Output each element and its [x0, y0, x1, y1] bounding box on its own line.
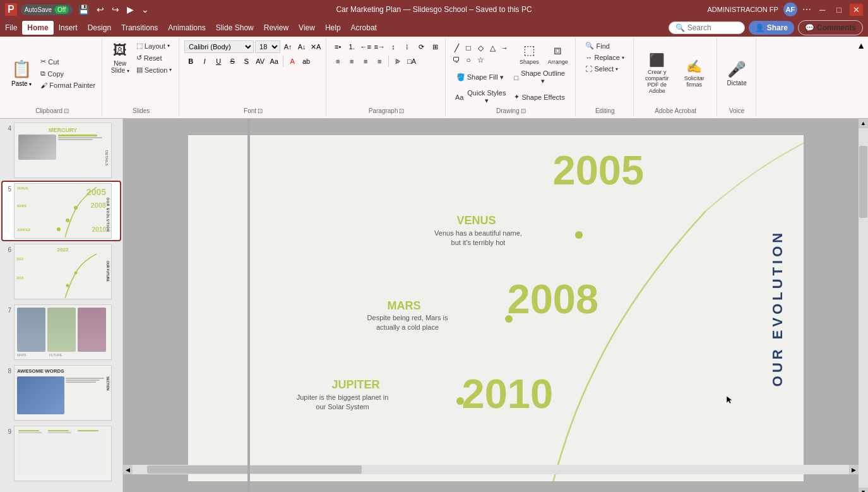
slide-thumb-4[interactable]: 4 MERCURY DETAILS	[3, 121, 120, 179]
scroll-thumb[interactable]	[859, 146, 867, 218]
shape-triangle[interactable]: △	[487, 42, 498, 54]
menu-view[interactable]: View	[294, 21, 320, 35]
scroll-left-btn[interactable]: ◀	[123, 465, 133, 474]
new-slide-button[interactable]: 🖼 NewSlide ▾	[108, 40, 133, 76]
minimize-btn[interactable]: ─	[816, 4, 828, 16]
quick-styles-btn[interactable]: Aa Quick Styles ▾	[453, 88, 510, 106]
paste-button[interactable]: 📋 Paste ▾	[6, 57, 37, 90]
slide-thumb-7[interactable]: 7 MARS FUTURE	[3, 303, 120, 361]
scroll-up-btn[interactable]: ▲	[859, 119, 868, 128]
align-right-btn[interactable]: ≡	[359, 55, 372, 68]
font-size-decrease-btn[interactable]: A↓	[295, 40, 308, 53]
copy-button[interactable]: ⧉ Copy	[38, 68, 98, 79]
format-painter-button[interactable]: 🖌 Format Painter	[38, 80, 98, 90]
col-format-btn[interactable]: ⫸	[391, 55, 404, 68]
layout-button[interactable]: ⬚ Layout ▾	[134, 40, 175, 51]
shape-effects-btn[interactable]: ✦ Shape Effects	[511, 88, 569, 106]
menu-file[interactable]: File	[0, 21, 22, 35]
create-pdf-button[interactable]: ⬛ Crear y compartir PDF de Adobe	[639, 51, 674, 96]
comments-button[interactable]: 💬 Comments	[798, 20, 863, 35]
menu-review[interactable]: Review	[259, 21, 294, 35]
menu-insert[interactable]: Insert	[54, 21, 83, 35]
menu-transitions[interactable]: Transitions	[116, 21, 163, 35]
underline-button[interactable]: U	[212, 55, 225, 68]
arrange-button[interactable]: ⧈ Arrange	[545, 41, 571, 67]
shape-rect[interactable]: □	[463, 42, 474, 54]
numbering-btn[interactable]: 1.	[345, 40, 358, 53]
align-left-btn[interactable]: ≡	[331, 55, 344, 68]
menu-help[interactable]: Help	[320, 21, 346, 35]
font-name-select[interactable]: Calibri (Body)	[184, 40, 254, 53]
horizontal-scrollbar[interactable]: ◀ ▶	[123, 465, 859, 474]
paragraph-expand-icon[interactable]: ⊡	[399, 107, 404, 114]
slide-thumb-8[interactable]: 8 AWESOME WORDS SECTION	[3, 364, 120, 422]
shape-diamond[interactable]: ◇	[475, 42, 486, 54]
share-button[interactable]: 👤 Share	[749, 21, 794, 35]
shape-outline-btn[interactable]: □ Shape Outline ▾	[511, 68, 568, 87]
ribbon-collapse-btn[interactable]: ▲	[857, 40, 865, 51]
convert-to-smartart-btn[interactable]: ⊞	[429, 40, 441, 53]
decrease-indent-btn[interactable]: ←≡	[359, 40, 372, 53]
cut-button[interactable]: ✂ Cut	[38, 56, 98, 67]
slide-panel[interactable]: 4 MERCURY DETAILS 5	[0, 119, 123, 492]
text-direction-btn[interactable]: ⟳	[415, 40, 427, 53]
shape-fill-btn[interactable]: 🪣 Shape Fill ▾	[454, 68, 511, 87]
text-box-btn[interactable]: □A	[405, 55, 418, 68]
close-btn[interactable]: ✕	[850, 4, 863, 16]
customize-qa-btn[interactable]: ⌄	[140, 3, 151, 16]
shape-callout[interactable]: 🗨	[451, 54, 462, 66]
search-input[interactable]	[687, 23, 738, 32]
menu-design[interactable]: Design	[83, 21, 116, 35]
strikethrough-button[interactable]: S	[226, 55, 239, 68]
columns-btn[interactable]: ⫶	[401, 40, 413, 53]
shape-circle[interactable]: ○	[463, 54, 474, 66]
autosave-toggle[interactable]: Off	[54, 6, 69, 14]
font-size-select[interactable]: 18	[255, 40, 280, 53]
align-center-btn[interactable]: ≡	[345, 55, 358, 68]
redo-btn[interactable]: ↪	[110, 3, 121, 16]
slide-thumb-6[interactable]: 6 2022 OUR FUTURE 2022 2018	[3, 243, 120, 301]
shape-arrow[interactable]: →	[499, 42, 510, 54]
vertical-scrollbar[interactable]: ▲ ▼	[859, 119, 868, 492]
save-quick-btn[interactable]: 💾	[76, 3, 91, 16]
shape-star[interactable]: ☆	[475, 54, 486, 66]
present-btn[interactable]: ▶	[125, 3, 136, 16]
clear-format-btn[interactable]: ✕A	[309, 40, 322, 53]
select-button[interactable]: ⛶ Select ▾	[583, 64, 626, 74]
bullets-btn[interactable]: ≡•	[331, 40, 344, 53]
h-scroll-thumb[interactable]	[147, 465, 362, 474]
text-highlight-btn[interactable]: ab	[300, 55, 312, 68]
scroll-down-btn[interactable]: ▼	[859, 488, 868, 492]
change-case-btn[interactable]: Aa	[268, 55, 280, 68]
reset-button[interactable]: ↺ Reset	[134, 52, 175, 63]
scroll-right-btn[interactable]: ▶	[849, 465, 859, 474]
font-color-btn[interactable]: A	[286, 55, 299, 68]
clipboard-expand-icon[interactable]: ⊡	[64, 107, 69, 114]
find-button[interactable]: 🔍 Find	[583, 40, 626, 51]
menu-acrobat[interactable]: Acrobat	[346, 21, 382, 35]
dictate-button[interactable]: 🎤 Dictate	[724, 59, 750, 88]
request-sign-button[interactable]: ✍ Solicitar firmas	[677, 57, 711, 90]
slide-thumb-9[interactable]: 9	[3, 424, 120, 483]
bold-button[interactable]: B	[184, 55, 197, 68]
section-button[interactable]: ▤ Section ▾	[134, 64, 175, 75]
font-expand-icon[interactable]: ⊡	[258, 107, 263, 114]
line-spacing-btn[interactable]: ↕	[387, 40, 400, 53]
justify-btn[interactable]: ≡	[373, 55, 386, 68]
menu-home[interactable]: Home	[22, 21, 53, 35]
search-bar[interactable]: 🔍	[669, 21, 745, 34]
maximize-btn[interactable]: □	[833, 4, 845, 16]
text-shadow-button[interactable]: S	[240, 55, 253, 68]
slide-thumb-5[interactable]: 5 2005 2008 2010 VENUS MARS JUPITER OUR	[3, 182, 120, 240]
increase-indent-btn[interactable]: ≡→	[373, 40, 386, 53]
menu-slideshow[interactable]: Slide Show	[211, 21, 259, 35]
shape-line[interactable]: ╱	[451, 42, 462, 54]
shapes-button[interactable]: ⬚ Shapes	[516, 40, 542, 67]
italic-button[interactable]: I	[198, 55, 211, 68]
drawing-expand-icon[interactable]: ⊡	[521, 107, 526, 114]
canvas-area[interactable]: 2005 VENUS Venus has a beautiful name,bu…	[123, 119, 868, 492]
menu-animations[interactable]: Animations	[163, 21, 210, 35]
undo-btn[interactable]: ↩	[95, 3, 106, 16]
char-spacing-btn[interactable]: AV	[254, 55, 266, 68]
ribbon-toggle-btn[interactable]: ⋯	[802, 4, 811, 15]
